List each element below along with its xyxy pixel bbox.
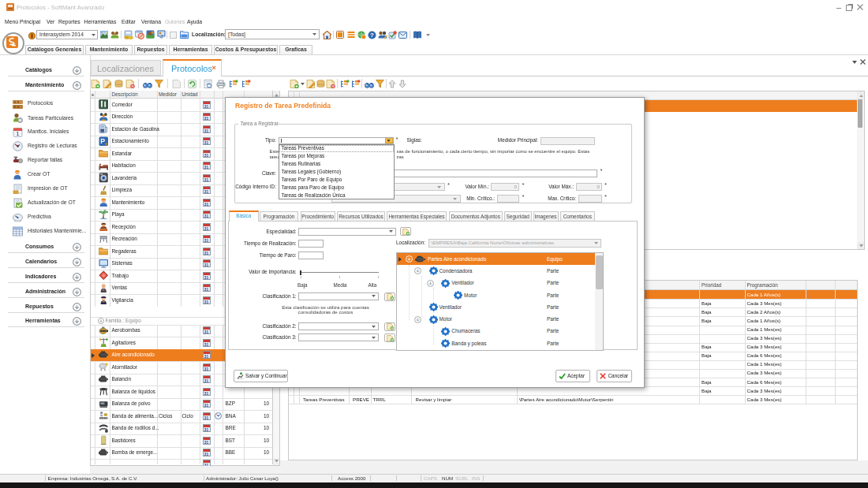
svg-text:1: 1 (17, 131, 20, 136)
svg-text:P: P (100, 137, 105, 145)
svg-text:?: ? (370, 32, 374, 39)
